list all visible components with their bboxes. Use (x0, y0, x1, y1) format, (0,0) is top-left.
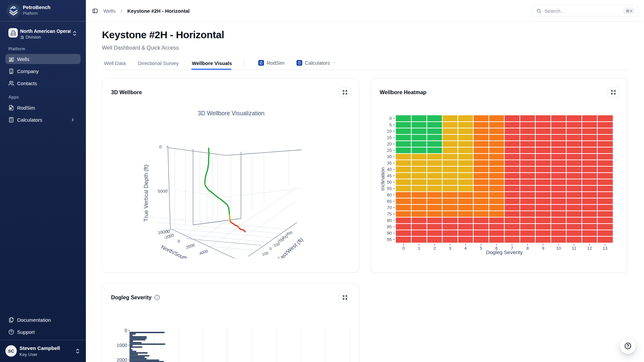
svg-text:0: 0 (269, 247, 272, 251)
svg-text:Dogleg Severity: Dogleg Severity (486, 249, 523, 255)
svg-text:Inclination: Inclination (380, 167, 385, 191)
svg-text:5: 5 (480, 246, 482, 251)
svg-text:0: 0 (124, 328, 127, 333)
svg-text:30: 30 (387, 154, 392, 159)
svg-text:55: 55 (387, 186, 392, 191)
svg-text:15: 15 (387, 135, 392, 140)
svg-text:2000: 2000 (117, 357, 127, 362)
svg-text:95: 95 (387, 237, 392, 242)
svg-text:4: 4 (464, 246, 467, 251)
svg-text:35: 35 (387, 161, 392, 166)
svg-text:85: 85 (387, 224, 392, 229)
svg-text:70: 70 (387, 205, 392, 210)
svg-text:10: 10 (556, 246, 561, 251)
svg-text:5: 5 (389, 122, 392, 127)
svg-text:9: 9 (542, 246, 544, 251)
svg-text:0: 0 (177, 239, 181, 244)
svg-text:50: 50 (387, 180, 392, 185)
svg-text:90: 90 (387, 231, 392, 236)
svg-text:2000: 2000 (185, 243, 196, 250)
svg-text:5000: 5000 (158, 189, 167, 194)
svg-text:40: 40 (387, 167, 392, 172)
svg-text:True Vertical Depth (ft): True Vertical Depth (ft) (143, 165, 149, 222)
svg-text:45: 45 (387, 173, 392, 178)
svg-text:25: 25 (387, 148, 392, 153)
svg-text:3: 3 (449, 246, 451, 251)
svg-text:100: 100 (262, 251, 269, 256)
svg-text:65: 65 (387, 199, 392, 204)
svg-text:13: 13 (603, 246, 607, 251)
svg-text:1000: 1000 (117, 343, 127, 348)
svg-text:60: 60 (387, 192, 392, 197)
svg-text:4000: 4000 (199, 249, 209, 256)
svg-text:2: 2 (433, 246, 436, 251)
svg-text:0: 0 (159, 144, 162, 149)
svg-text:12: 12 (587, 246, 592, 251)
svg-text:0: 0 (402, 246, 405, 251)
svg-text:11: 11 (572, 246, 577, 251)
svg-text:0: 0 (389, 116, 392, 121)
svg-text:80: 80 (387, 218, 392, 223)
svg-text:20: 20 (387, 141, 392, 146)
svg-text:8: 8 (526, 246, 529, 251)
svg-text:-400: -400 (284, 230, 293, 237)
svg-text:75: 75 (387, 212, 392, 217)
svg-text:1: 1 (418, 246, 420, 251)
svg-text:3D Wellbore Visualization: 3D Wellbore Visualization (198, 110, 265, 117)
svg-text:10: 10 (387, 129, 392, 134)
